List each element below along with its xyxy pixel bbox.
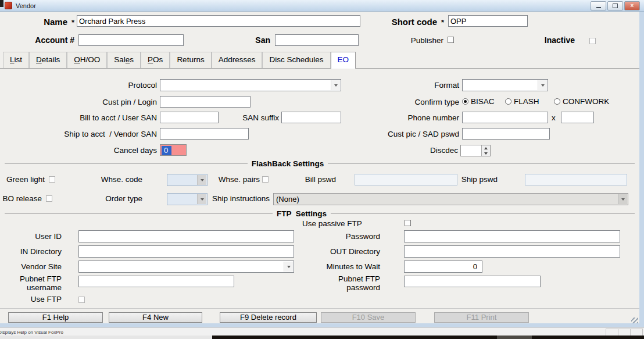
cust-pin-input[interactable] (160, 96, 251, 108)
out-directory-input[interactable] (404, 245, 620, 258)
account-input[interactable] (78, 34, 184, 46)
combo-dropdown-button[interactable] (284, 262, 293, 272)
use-passive-ftp-checkbox[interactable] (405, 220, 411, 226)
pubnet-ftp-username-input[interactable] (78, 276, 234, 287)
tab-label-key: O (74, 55, 80, 64)
tab-pos[interactable]: POs (141, 52, 170, 68)
bill-pswd-input (355, 174, 457, 185)
short-code-input[interactable] (448, 15, 528, 27)
restore-button[interactable] (607, 1, 623, 10)
cust-pic-input[interactable] (462, 128, 550, 140)
label-line: username (27, 283, 62, 292)
discdec-label: Discdec (372, 146, 458, 155)
tab-details[interactable]: Details (29, 52, 67, 68)
phone-number-input[interactable] (462, 112, 548, 123)
green-light-checkbox[interactable] (49, 176, 55, 183)
spinner-up-button[interactable] (482, 145, 490, 151)
tab-label-pre: EO (338, 55, 349, 64)
san-input[interactable] (275, 34, 359, 46)
status-bar: Displays Help on Visual FoxPro (0, 327, 644, 336)
tab-label-pre: Addresses (219, 55, 256, 64)
tab-list[interactable]: List (3, 52, 29, 68)
f1-help-button[interactable]: F1 Help (8, 312, 103, 323)
use-ftp-checkbox[interactable] (78, 297, 85, 303)
order-type-label: Order type (93, 194, 142, 203)
combo-dropdown-button[interactable] (331, 80, 340, 90)
taskbar-strip (0, 336, 644, 339)
ship-instructions-combo[interactable]: (None) (273, 193, 628, 205)
combo-dropdown-button[interactable] (538, 80, 547, 90)
green-light-label: Green light (1, 175, 45, 184)
tab-eo[interactable]: EO (331, 52, 356, 69)
tab-ohoo[interactable]: OH/OO (67, 52, 107, 68)
tab-label-post: Os (153, 55, 163, 64)
bo-release-checkbox[interactable] (46, 195, 52, 202)
confirm-type-bisac-radio[interactable]: BISAC (462, 97, 495, 106)
use-passive-ftp-label: Use passive FTP (302, 219, 389, 228)
chevron-down-icon (201, 198, 204, 201)
screen-corner-artifact (0, 0, 3, 7)
tab-bar: List Details OH/OO Sales POs Returns Add… (0, 52, 644, 69)
restore-icon (613, 3, 618, 8)
ship-instructions-label: Ship instructions (208, 194, 270, 203)
pubnet-ftp-password-input[interactable] (404, 276, 541, 287)
ftp-section-title: FTP Settings (273, 209, 331, 218)
password-label: Password (302, 232, 380, 241)
minimize-icon (596, 7, 601, 8)
window-title: Vendor (16, 2, 36, 9)
publisher-checkbox[interactable] (448, 37, 454, 43)
taskbar-dark-segment (212, 336, 644, 339)
tab-label-key: D (36, 55, 42, 64)
minutes-to-wait-input[interactable] (404, 261, 482, 273)
combo-dropdown-button[interactable] (618, 194, 627, 204)
status-text: Displays Help on Visual FoxPro (0, 330, 63, 335)
password-input[interactable] (404, 230, 620, 242)
bill-to-label: Bill to acct / User SAN (0, 113, 157, 122)
inactive-label: Inactive (526, 35, 575, 45)
short-code-required-marker: * (441, 18, 444, 27)
spinner-buttons (481, 145, 490, 156)
in-directory-input[interactable] (78, 245, 294, 258)
out-directory-label: OUT Directory (302, 247, 380, 256)
ship-pswd-label: Ship pswd (459, 175, 498, 184)
tab-label-pre: Disc Schedules (269, 55, 323, 64)
ship-to-input[interactable] (160, 128, 249, 140)
inactive-checkbox[interactable] (589, 38, 596, 44)
tab-disc-schedules[interactable]: Disc Schedules (262, 52, 330, 68)
bo-release-label: BO release (0, 194, 42, 203)
san-suffix-input[interactable] (281, 112, 341, 123)
protocol-combo[interactable] (160, 79, 341, 91)
f4-new-button[interactable]: F4 New (109, 312, 202, 323)
radio-label: FLASH (514, 97, 539, 106)
spinner-down-button[interactable] (482, 151, 490, 156)
phone-ext-input[interactable] (561, 112, 594, 123)
name-input[interactable] (77, 15, 360, 27)
format-label: Format (372, 81, 459, 90)
tab-label-pre: Sal (114, 55, 126, 64)
format-combo[interactable] (462, 79, 548, 91)
confirm-type-confwork-radio[interactable]: CONFWORK (554, 97, 609, 106)
radio-icon (554, 98, 560, 105)
minimize-button[interactable] (591, 1, 606, 10)
phone-number-label: Phone number (372, 113, 459, 122)
tab-returns[interactable]: Returns (170, 52, 211, 68)
pubnet-ftp-password-label: Pubnet FTPpassword (302, 274, 380, 292)
bill-to-input[interactable] (160, 112, 219, 123)
f9-delete-record-button[interactable]: F9 Delete record (220, 312, 317, 323)
confirm-type-flash-radio[interactable]: FLASH (505, 97, 539, 106)
whse-code-label: Whse. code (93, 175, 142, 184)
discdec-spinner[interactable] (460, 145, 491, 156)
title-bar[interactable]: Vendor × (0, 0, 644, 12)
vendor-site-combo[interactable] (78, 261, 294, 273)
flashback-section-title: FlashBack Settings (248, 159, 328, 168)
short-code-label: Short code (372, 17, 437, 27)
user-id-input[interactable] (78, 230, 294, 242)
tab-addresses[interactable]: Addresses (212, 52, 263, 68)
label-line: Pubnet FTP (20, 274, 62, 283)
cancel-days-input[interactable]: 0 (160, 144, 187, 156)
ship-pswd-input (525, 174, 627, 185)
account-label: Account # (0, 35, 74, 45)
tab-sales[interactable]: Sales (107, 52, 141, 68)
whse-pairs-checkbox[interactable] (262, 176, 269, 183)
close-button[interactable]: × (624, 1, 640, 10)
